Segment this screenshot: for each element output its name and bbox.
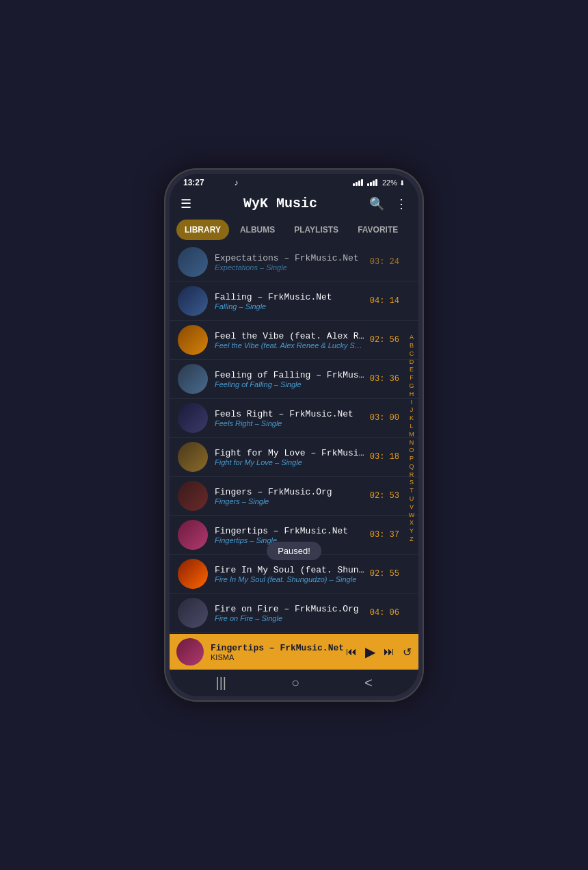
tab-favorite[interactable]: FAVORITE	[349, 220, 406, 240]
song-title: Feel the Vibe (feat. Alex Renee & Lucky …	[215, 331, 364, 341]
now-playing-title: Fingertips – FrkMusic.Net	[211, 643, 346, 653]
song-title: Fire on Fire – FrkMusic.Org	[215, 604, 364, 614]
table-row[interactable]: Feels Right – FrkMusic.Net Feels Right –…	[170, 399, 418, 438]
alpha-V[interactable]: V	[407, 503, 416, 511]
song-duration: 02: 53	[370, 491, 399, 501]
alpha-S[interactable]: S	[407, 479, 416, 486]
song-thumb	[178, 559, 208, 589]
home-nav-button[interactable]: ○	[291, 675, 299, 691]
phone-screen: 13:27 ♪ 22% ⬇	[170, 174, 418, 696]
song-album: Fire on Fire – Single	[215, 614, 364, 622]
song-duration: 03: 36	[370, 374, 399, 384]
song-album: Fight for My Love – Single	[215, 458, 364, 466]
alpha-R[interactable]: R	[407, 471, 416, 479]
alpha-I[interactable]: I	[407, 399, 416, 406]
alpha-U[interactable]: U	[407, 495, 416, 503]
prev-button[interactable]: ⏮	[346, 646, 357, 658]
status-time: 13:27	[183, 178, 204, 187]
alpha-C[interactable]: C	[407, 350, 416, 358]
alpha-B[interactable]: B	[407, 342, 416, 350]
next-button[interactable]: ⏭	[384, 646, 395, 658]
song-thumb	[178, 325, 208, 355]
table-row[interactable]: ♪ Flame TEGOS TEGOS 03: 06	[170, 633, 418, 634]
repeat-button[interactable]: ↺	[403, 646, 412, 659]
song-title: Fire In My Soul (feat. Shungudzo) – FrkM…	[215, 565, 364, 575]
song-info: Fire In My Soul (feat. Shungudzo) – FrkM…	[215, 565, 364, 583]
more-icon[interactable]: ⋮	[395, 196, 407, 211]
song-thumb	[178, 481, 208, 511]
alphabet-index: A B C D E F G H I J K L M N O P Q R S T	[407, 243, 416, 634]
tab-albums[interactable]: ALBUMS	[232, 220, 283, 240]
recent-nav-button[interactable]: <	[364, 675, 373, 691]
table-row[interactable]: Fire In My Soul (feat. Shungudzo) – FrkM…	[170, 555, 418, 594]
song-thumb	[178, 247, 208, 277]
alpha-P[interactable]: P	[407, 455, 416, 462]
tab-playlists[interactable]: PLAYLISTS	[286, 220, 347, 240]
alpha-A[interactable]: A	[407, 334, 416, 341]
alpha-Y[interactable]: Y	[407, 527, 416, 535]
alpha-Z[interactable]: Z	[407, 536, 416, 543]
song-info: Fingers – FrkMusic.Org Fingers – Single	[215, 487, 364, 505]
menu-icon[interactable]: ☰	[181, 196, 191, 211]
alpha-D[interactable]: D	[407, 358, 416, 366]
bottom-nav: ||| ○ <	[170, 670, 418, 696]
signal-bar2-1	[367, 183, 369, 186]
play-button[interactable]: ▶	[365, 644, 375, 660]
song-info: Feeling of Falling – FrkMusic.Org Feelin…	[215, 370, 364, 388]
song-thumb	[178, 442, 208, 472]
paused-toast: Paused!	[267, 542, 321, 560]
now-playing-artist: KISMA	[211, 653, 346, 661]
song-info: Fight for My Love – FrkMusic.Org Fight f…	[215, 448, 364, 466]
alpha-F[interactable]: F	[407, 374, 416, 382]
table-row[interactable]: Expectations – FrkMusic.Net Expectations…	[170, 243, 418, 282]
now-playing-info: Fingertips – FrkMusic.Net KISMA	[211, 643, 346, 661]
song-album: Falling – Single	[215, 302, 364, 311]
song-duration: 03: 37	[370, 530, 399, 540]
alpha-L[interactable]: L	[407, 423, 416, 430]
alpha-M[interactable]: M	[407, 431, 416, 438]
app-header: ☰ WyK Music 🔍 ⋮	[170, 190, 418, 217]
song-title: Expectations – FrkMusic.Net	[215, 253, 364, 263]
tab-library[interactable]: LIBRARY	[176, 220, 229, 240]
song-duration: 03: 24	[370, 257, 399, 267]
alpha-K[interactable]: K	[407, 414, 416, 422]
alpha-W[interactable]: W	[407, 512, 416, 519]
search-icon[interactable]: 🔍	[369, 196, 384, 211]
song-title: Fingertips – FrkMusic.Net	[215, 526, 364, 536]
table-row[interactable]: Fingers – FrkMusic.Org Fingers – Single …	[170, 477, 418, 516]
song-thumb	[178, 286, 208, 316]
phone-frame: 13:27 ♪ 22% ⬇	[164, 168, 424, 702]
signal-bar2-3	[373, 181, 375, 186]
song-duration: 04: 14	[370, 296, 399, 306]
song-title: Fingers – FrkMusic.Org	[215, 487, 364, 497]
song-list[interactable]: Expectations – FrkMusic.Net Expectations…	[170, 243, 418, 634]
status-right: 22% ⬇	[353, 179, 405, 187]
header-actions: 🔍 ⋮	[369, 196, 407, 211]
alpha-E[interactable]: E	[407, 366, 416, 373]
song-album: Feel the Vibe (feat. Alex Renee & Lucky …	[215, 341, 364, 350]
song-thumb	[178, 520, 208, 550]
back-nav-button[interactable]: |||	[215, 675, 226, 691]
alpha-O[interactable]: O	[407, 447, 416, 454]
table-row[interactable]: Falling – FrkMusic.Net Falling – Single …	[170, 282, 418, 321]
alpha-T[interactable]: T	[407, 487, 416, 495]
song-duration: 03: 00	[370, 413, 399, 423]
alpha-J[interactable]: J	[407, 406, 416, 414]
table-row[interactable]: Feeling of Falling – FrkMusic.Org Feelin…	[170, 360, 418, 399]
song-thumb	[178, 403, 208, 433]
alpha-G[interactable]: G	[407, 382, 416, 390]
now-playing-bar[interactable]: Fingertips – FrkMusic.Net KISMA ⏮ ▶ ⏭ ↺	[170, 634, 418, 670]
table-row[interactable]: Fight for My Love – FrkMusic.Org Fight f…	[170, 438, 418, 477]
signal-bar2-2	[370, 182, 372, 186]
alpha-X[interactable]: X	[407, 519, 416, 527]
alpha-H[interactable]: H	[407, 391, 416, 398]
now-playing-thumb	[176, 638, 204, 665]
song-thumb	[178, 364, 208, 394]
song-info: Feel the Vibe (feat. Alex Renee & Lucky …	[215, 331, 364, 350]
table-row[interactable]: Feel the Vibe (feat. Alex Renee & Lucky …	[170, 321, 418, 360]
signal-bars-2	[367, 179, 377, 186]
alpha-N[interactable]: N	[407, 439, 416, 447]
song-album: Expectations – Single	[215, 263, 364, 272]
table-row[interactable]: Fire on Fire – FrkMusic.Org Fire on Fire…	[170, 594, 418, 633]
alpha-Q[interactable]: Q	[407, 463, 416, 471]
